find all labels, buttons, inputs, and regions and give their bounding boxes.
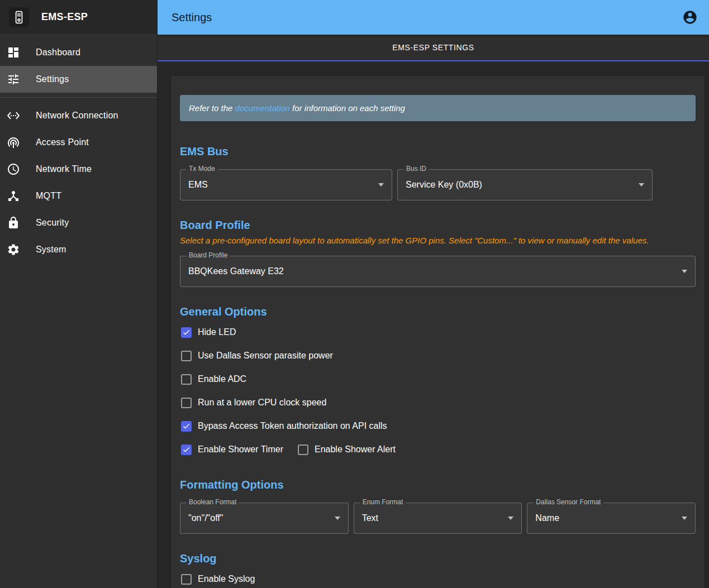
- field-value: Service Key (0x0B): [406, 180, 482, 190]
- checkbox-icon: [181, 398, 192, 408]
- checkbox-icon: [298, 444, 308, 455]
- checkbox-label: Enable ADC: [198, 374, 246, 384]
- ems-esp-logo-icon: [9, 7, 29, 27]
- lock-icon: [7, 216, 20, 230]
- sidebar-item-label: Access Point: [36, 137, 89, 147]
- sidebar-item-security[interactable]: Security: [0, 209, 157, 236]
- field-value: Name: [535, 513, 559, 523]
- dashboard-icon: [7, 46, 20, 59]
- checkbox-icon: [181, 574, 192, 585]
- checkbox-icon: [181, 374, 192, 385]
- main-area: Settings EMS-ESP SETTINGS Refer to the d…: [158, 0, 709, 588]
- checkbox-hide-led[interactable]: Hide LED: [180, 327, 236, 338]
- dropdown-arrow-icon: [682, 270, 687, 273]
- sidebar-item-label: Security: [36, 218, 69, 228]
- sidebar-item-dashboard[interactable]: Dashboard: [0, 39, 157, 66]
- settings-card: Refer to the documentation for informati…: [171, 76, 705, 588]
- info-banner: Refer to the documentation for informati…: [180, 95, 696, 121]
- checkbox-label: Run at a lower CPU clock speed: [198, 398, 326, 408]
- ems-bus-fields: Tx Mode EMS Bus ID Service Key (0x0B): [180, 169, 696, 200]
- checkbox-label: Enable Shower Timer: [198, 444, 283, 455]
- checkbox-row: Run at a lower CPU clock speed: [180, 391, 696, 414]
- checkbox-enable-shower-alert[interactable]: Enable Shower Alert: [297, 444, 396, 455]
- field-value: "on"/"off": [188, 513, 223, 523]
- documentation-link[interactable]: documentation: [235, 103, 290, 113]
- ethernet-icon: [7, 109, 20, 122]
- sidebar-item-label: Network Connection: [36, 111, 118, 121]
- sidebar-item-label: MQTT: [36, 191, 61, 201]
- checkbox-icon: [181, 421, 192, 432]
- appbar: Settings: [158, 0, 709, 35]
- clock-icon: [7, 162, 20, 176]
- checkbox-label: Bypass Access Token authorization on API…: [198, 421, 387, 431]
- banner-text: Refer to the: [189, 103, 235, 113]
- tab-ems-esp-settings[interactable]: EMS-ESP SETTINGS: [158, 35, 709, 61]
- field-label: Boolean Format: [186, 498, 239, 506]
- checkbox-label: Enable Syslog: [198, 574, 255, 584]
- syslog-options-list: Enable Syslog: [180, 567, 696, 588]
- dropdown-arrow-icon: [335, 517, 340, 520]
- select-bus-id[interactable]: Bus ID Service Key (0x0B): [397, 169, 653, 200]
- select-boolean-format[interactable]: Boolean Format "on"/"off": [180, 503, 349, 534]
- sidebar-item-system[interactable]: System: [0, 236, 157, 263]
- section-title-board-profile: Board Profile: [180, 218, 696, 232]
- checkbox-icon: [181, 444, 192, 455]
- page-title: Settings: [172, 11, 212, 24]
- checkbox-enable-adc[interactable]: Enable ADC: [180, 374, 246, 385]
- sidebar-item-mqtt[interactable]: MQTT: [0, 183, 157, 209]
- checkbox-label: Use Dallas Sensor parasite power: [198, 351, 333, 361]
- app-title: EMS-ESP: [41, 11, 88, 23]
- wifi-tethering-icon: [7, 136, 20, 149]
- section-title-formatting-options: Formatting Options: [180, 478, 696, 491]
- select-enum-format[interactable]: Enum Format Text: [354, 503, 522, 534]
- select-board-profile[interactable]: Board Profile BBQKees Gateway E32: [180, 256, 696, 287]
- checkbox-row: Bypass Access Token authorization on API…: [180, 414, 696, 438]
- sidebar-divider: [0, 97, 157, 98]
- checkbox-row: Enable Shower Timer Enable Shower Alert: [180, 438, 696, 461]
- checkbox-row: Use Dallas Sensor parasite power: [180, 344, 696, 367]
- sidebar-item-label: System: [36, 245, 66, 255]
- dropdown-arrow-icon: [378, 183, 384, 187]
- sidebar-menu: Dashboard Settings Network Connection: [0, 35, 157, 263]
- device-hub-icon: [7, 189, 20, 203]
- sidebar-item-access-point[interactable]: Access Point: [0, 129, 157, 156]
- field-label: Bus ID: [403, 165, 429, 173]
- checkbox-bypass-access-token[interactable]: Bypass Access Token authorization on API…: [180, 421, 387, 432]
- select-dallas-sensor-format[interactable]: Dallas Sensor Format Name: [527, 503, 696, 534]
- sidebar-item-network-time[interactable]: Network Time: [0, 156, 157, 183]
- field-label: Board Profile: [186, 251, 230, 259]
- field-label: Dallas Sensor Format: [533, 498, 603, 506]
- checkbox-enable-syslog[interactable]: Enable Syslog: [180, 574, 255, 585]
- section-title-ems-bus: EMS Bus: [180, 145, 696, 158]
- field-value: BBQKees Gateway E32: [188, 266, 284, 276]
- section-title-syslog: Syslog: [180, 552, 696, 565]
- dropdown-arrow-icon: [639, 183, 644, 187]
- sidebar-item-network-connection[interactable]: Network Connection: [0, 102, 157, 129]
- checkbox-label: Enable Shower Alert: [315, 444, 396, 455]
- checkbox-enable-shower-timer[interactable]: Enable Shower Timer: [180, 444, 283, 455]
- select-tx-mode[interactable]: Tx Mode EMS: [180, 169, 392, 200]
- general-options-list: Hide LED Use Dallas Sensor parasite powe…: [180, 321, 696, 461]
- app-root: EMS-ESP Dashboard Settings Netwo: [0, 0, 709, 588]
- checkbox-icon: [181, 327, 192, 338]
- gear-icon: [7, 243, 20, 256]
- tune-icon: [7, 73, 20, 86]
- field-label: Enum Format: [360, 498, 406, 506]
- field-value: Text: [362, 513, 378, 523]
- checkbox-icon: [181, 351, 192, 361]
- board-profile-fields: Board Profile BBQKees Gateway E32: [180, 256, 696, 287]
- dropdown-arrow-icon: [682, 517, 687, 520]
- checkbox-lower-cpu-clock[interactable]: Run at a lower CPU clock speed: [180, 398, 326, 408]
- field-label: Tx Mode: [186, 165, 218, 173]
- content-scroll-area[interactable]: Refer to the documentation for informati…: [158, 61, 709, 588]
- sidebar-item-label: Settings: [36, 74, 69, 84]
- account-icon[interactable]: [682, 9, 698, 25]
- tab-label: EMS-ESP SETTINGS: [392, 43, 474, 52]
- formatting-fields: Boolean Format "on"/"off" Enum Format Te…: [180, 503, 696, 534]
- sidebar-item-settings[interactable]: Settings: [0, 66, 157, 93]
- sidebar-item-label: Dashboard: [36, 47, 80, 58]
- board-profile-hint: Select a pre-configured board layout to …: [180, 235, 696, 246]
- checkbox-dallas-parasite-power[interactable]: Use Dallas Sensor parasite power: [180, 351, 333, 361]
- dropdown-arrow-icon: [508, 517, 513, 520]
- banner-text: for information on each setting: [290, 103, 405, 113]
